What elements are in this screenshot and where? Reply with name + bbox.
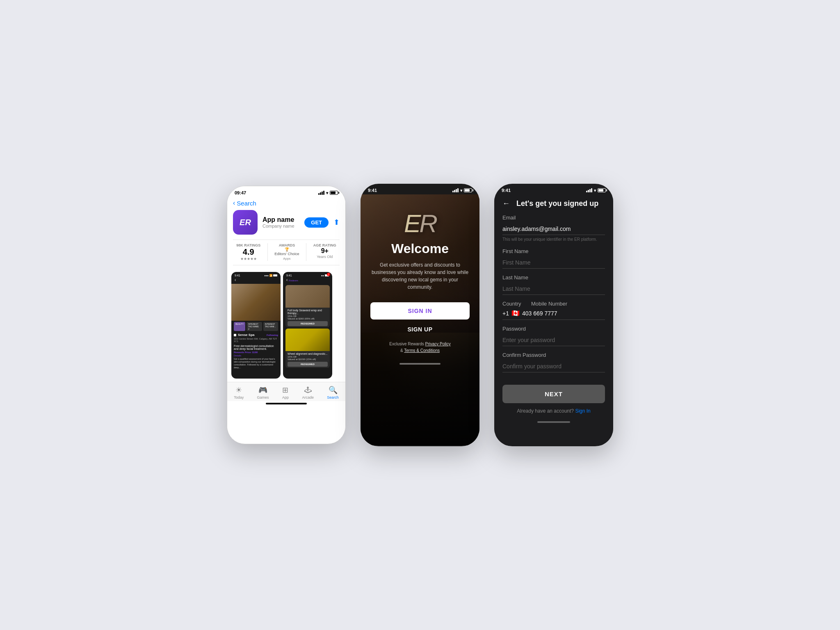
status-time-1: 09:47 [235,190,246,195]
back-search-label: Search [237,200,256,207]
status-icons-2: ▾ [452,188,472,193]
rating-stars: ★★★★★ [236,257,260,261]
mini-card-img-2 [285,329,330,351]
mini-card-2: Wheel alignment and diagnostic... 15% Of… [285,329,330,368]
mini-card-title-2: Wheel alignment and diagnostic... [285,351,330,356]
mini-desc: Get a qualified assessment of your face'… [231,358,281,370]
mini-address: 333 Centre Street SW, Calgary, AB T2T 1C… [231,338,281,344]
app-icon: ER [233,210,258,235]
back-search-nav[interactable]: ‹ Search [233,199,340,207]
battery-icon-1 [330,191,338,195]
rating-item-awards: AWARDS 🏆Editors' ChoiceApps [274,243,299,261]
app-icon-text: ER [240,218,251,227]
arcade-icon: 🕹 [304,386,312,395]
games-icon: 🎮 [258,386,267,395]
privacy-policy-link[interactable]: Privacy Policy [425,342,451,346]
back-arrow-icon[interactable]: ← [502,199,510,208]
app-text-info: App name Company name [262,216,299,228]
confirm-password-field[interactable] [502,361,605,372]
flag-icon: 🇨🇦 [511,309,520,317]
first-name-field[interactable] [502,257,605,269]
sign-up-link[interactable]: SIGN UP [407,326,432,333]
today-icon: ☀ [235,386,242,395]
password-group: Password [502,326,605,346]
phone-number-field[interactable] [522,310,605,317]
editors-choice: 🏆Editors' ChoiceApps [274,247,299,260]
rating-item-count: 98k RATINGS 4.9 ★★★★★ [236,243,260,261]
tag-3: INTEREST TAG NAM... [263,322,278,331]
confirm-password-label: Confirm Password [502,352,605,358]
phone-signup: 9:41 ▾ ← Let's get you signed up Email [494,184,613,446]
company-name: Company name [262,224,299,228]
password-label: Password [502,326,605,332]
status-time-2: 9:41 [368,188,377,193]
details-link[interactable]: Details [231,354,281,358]
mini-card-title-1: Full body Seaweed wrap and therapy... [285,308,330,315]
welcome-container: ER Welcome Get exclusive offers and disc… [361,194,479,445]
age-sub: Years Old [313,255,336,259]
terms-link[interactable]: Terms & Conditions [404,348,440,353]
country-label: Country [502,301,531,307]
tab-search[interactable]: 🔍 Search [327,386,339,399]
tab-arcade[interactable]: 🕹 Arcade [302,386,314,399]
email-label: Email [502,215,605,221]
password-field[interactable] [502,334,605,346]
signin-link[interactable]: Sign In [575,408,590,414]
battery-icon-2 [464,188,472,192]
sign-in-button[interactable]: SIGN IN [370,302,470,320]
email-group: Email This will be your unique identifie… [502,215,605,242]
awards-label: AWARDS [274,243,299,247]
divider-2 [306,243,306,261]
app-store-tab-bar: ☀ Today 🎮 Games ⊞ App 🕹 Arcade 🔍 Se [227,382,345,401]
mini-screen-offers: 9:41 ●● 2 ‹ Redeem Full body Seaweed wra… [283,272,332,379]
status-bar-2: 9:41 ▾ [361,184,479,194]
app-info-row: ER App name Company name GET ⬆ [233,210,340,235]
phone-appstore: 09:47 ▾ ‹ Search ER [227,186,346,444]
phone-group: Country Mobile Number +1 🇨🇦 [502,301,605,320]
mini-back-1[interactable]: ‹ [231,278,281,284]
rating-item-age: AGE RATING 9+ Years Old [313,243,336,261]
status-bar-1: 09:47 ▾ [227,186,345,197]
get-button[interactable]: GET [304,217,329,228]
status-bar-3: 9:41 ▾ [494,184,613,194]
mini-back-2[interactable]: ‹ Redeem [283,278,332,284]
signup-title: Let's get you signed up [516,199,598,208]
status-time-3: 9:41 [502,188,511,193]
signup-content: ← Let's get you signed up Email This wil… [494,194,613,445]
next-button[interactable]: NEXT [502,385,605,403]
mini-card-valued-1: Valued at $360 (65% off) [285,317,330,320]
phone-row: +1 🇨🇦 [502,309,605,320]
tab-today-label: Today [234,395,244,399]
confirm-password-group: Confirm Password [502,352,605,372]
status-icons-1: ▾ [318,191,338,195]
interest-tags: BEAUTY INTEREST TAG NAME 2 INTEREST TAG … [231,321,281,332]
wifi-icon-2: ▾ [460,188,462,193]
tab-today[interactable]: ☀ Today [234,386,244,399]
divider-1 [267,243,268,261]
redeemed-btn-1[interactable]: REDEEMED [288,321,328,326]
tab-games[interactable]: 🎮 Games [257,386,269,399]
following-btn[interactable]: Following [267,334,278,336]
tab-search-label: Search [327,395,339,399]
wifi-icon-3: ▾ [594,188,596,193]
tab-app-label: App [282,395,289,399]
share-icon[interactable]: ⬆ [333,218,340,227]
welcome-desc: Get exclusive offers and discounts to bu… [370,261,470,291]
email-field[interactable] [502,223,605,235]
mini-screen-spa: 9:41 ●●● 📶 ‹ BEAUTY [231,272,281,379]
last-name-group: Last Name [502,274,605,295]
tab-arcade-label: Arcade [302,395,314,399]
welcome-title: Welcome [391,241,449,256]
first-name-label: First Name [502,248,605,254]
last-name-field[interactable] [502,283,605,295]
welcome-content: ER Welcome Get exclusive offers and disc… [361,194,479,341]
redeemed-btn-2[interactable]: REDEEMED [288,362,328,367]
wifi-icon-1: ▾ [326,191,328,195]
ratings-label: 98k RATINGS [236,243,260,247]
search-icon: 🔍 [329,386,338,395]
tag-beauty: BEAUTY [234,322,245,331]
mini-status-1: 9:41 ●●● 📶 [231,272,281,278]
signin-prompt: Already have an account? Sign In [502,408,605,419]
mini-card-valued-2: Valued at $1030 (15% off) [285,358,330,361]
tab-app[interactable]: ⊞ App [282,386,289,399]
